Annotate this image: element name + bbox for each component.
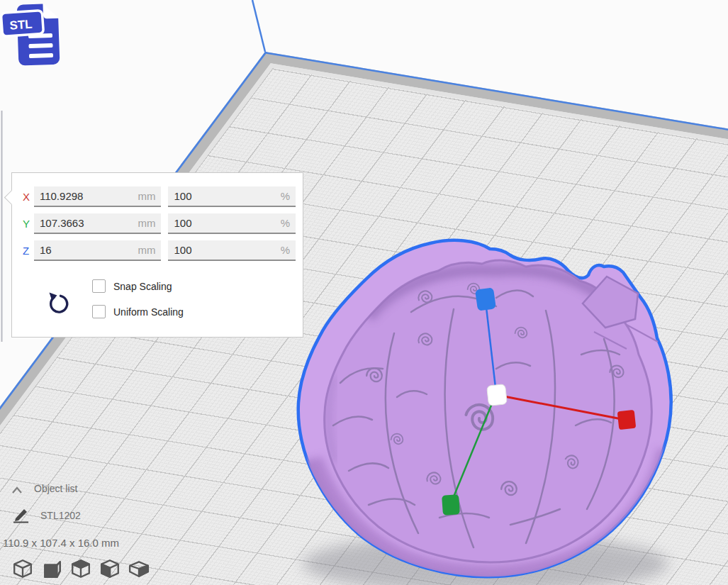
document-fold bbox=[43, 3, 59, 19]
uniform-scaling-checkbox[interactable] bbox=[92, 305, 106, 318]
cube-right-icon bbox=[130, 562, 148, 576]
scale-row-y: Y 107.3663 mm 100 % bbox=[12, 214, 303, 233]
object-list-header: Object list bbox=[34, 483, 77, 494]
x-axis-label: X bbox=[23, 191, 34, 203]
scale-row-z: Z 16 mm 100 % bbox=[12, 241, 303, 260]
x-mm-input[interactable]: 110.9298 mm bbox=[34, 186, 162, 207]
y-mm-unit: mm bbox=[138, 217, 155, 229]
y-percent-unit: % bbox=[281, 217, 290, 229]
x-percent-value: 100 bbox=[174, 190, 191, 202]
z-mm-unit: mm bbox=[138, 244, 155, 256]
object-list-expand-button[interactable] bbox=[11, 484, 23, 493]
cube-front-icon bbox=[45, 562, 60, 576]
z-percent-input[interactable]: 100 % bbox=[168, 240, 296, 261]
cube-top-icon bbox=[72, 560, 89, 577]
edit-pencil-icon[interactable] bbox=[12, 506, 30, 523]
model-dimensions-readout: 110.9 x 107.4 x 16.0 mm bbox=[3, 537, 119, 549]
scale-handle-y[interactable] bbox=[442, 494, 460, 516]
view-3d-button[interactable] bbox=[12, 558, 33, 579]
scale-handle-center[interactable] bbox=[487, 384, 508, 406]
x-mm-unit: mm bbox=[138, 190, 155, 202]
view-left-button[interactable] bbox=[99, 558, 121, 579]
y-mm-value: 107.3663 bbox=[40, 217, 84, 229]
snap-scaling-checkbox[interactable] bbox=[92, 279, 106, 293]
z-axis-label: Z bbox=[23, 245, 34, 257]
slicer-viewport: { "file_icon": { "badge": "STL" }, "scal… bbox=[0, 0, 728, 585]
y-percent-value: 100 bbox=[174, 217, 191, 229]
x-percent-input[interactable]: 100 % bbox=[168, 186, 296, 207]
scale-handle-x[interactable] bbox=[617, 410, 637, 430]
scale-handle-z[interactable] bbox=[475, 287, 496, 311]
x-percent-unit: % bbox=[281, 190, 290, 202]
object-list-item[interactable]: STL1202 bbox=[40, 510, 81, 521]
y-mm-input[interactable]: 107.3663 mm bbox=[34, 213, 162, 234]
cube-left-icon bbox=[101, 560, 118, 577]
view-top-button[interactable] bbox=[70, 558, 91, 579]
stl-badge-text: STL bbox=[9, 17, 33, 32]
view-right-button[interactable] bbox=[128, 558, 150, 579]
y-axis-label: Y bbox=[23, 218, 34, 230]
z-mm-value: 16 bbox=[40, 244, 52, 256]
scale-row-x: X 110.9298 mm 100 % bbox=[12, 187, 303, 206]
uniform-scaling-label: Uniform Scaling bbox=[113, 306, 184, 318]
chevron-up-icon bbox=[13, 488, 21, 493]
view-front-button[interactable] bbox=[41, 558, 62, 579]
stl-file-icon: STL bbox=[0, 0, 67, 71]
z-mm-input[interactable]: 16 mm bbox=[34, 240, 162, 261]
x-mm-value: 110.9298 bbox=[40, 190, 83, 202]
reset-scale-button[interactable] bbox=[45, 291, 71, 316]
cube-3d-icon bbox=[14, 560, 31, 577]
build-volume-corner-edge bbox=[252, 0, 265, 52]
scale-tool-panel: X 110.9298 mm 100 % Y 107.3663 mm 100 % … bbox=[11, 172, 303, 338]
camera-view-toolbar bbox=[12, 558, 150, 579]
y-percent-input[interactable]: 100 % bbox=[168, 213, 296, 234]
snap-scaling-label: Snap Scaling bbox=[113, 281, 172, 292]
z-percent-unit: % bbox=[281, 244, 290, 256]
z-percent-value: 100 bbox=[174, 244, 191, 256]
